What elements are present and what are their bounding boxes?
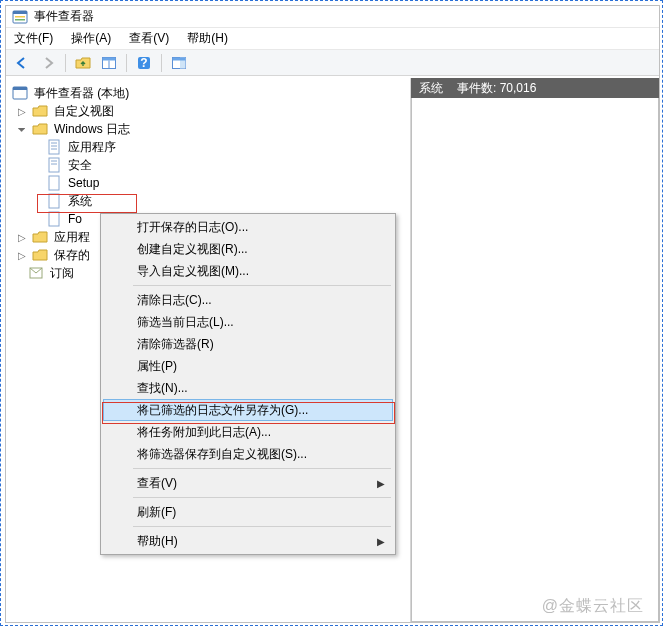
- app-icon: [12, 9, 28, 25]
- toolbar-separator: [161, 54, 162, 72]
- context-menu-item[interactable]: 查看(V)▶: [103, 472, 393, 494]
- log-icon: [46, 157, 62, 173]
- tree-label: 订阅: [48, 265, 76, 282]
- svg-rect-5: [103, 57, 116, 60]
- tree-label: 应用程: [52, 229, 92, 246]
- tree-label: 保存的: [52, 247, 92, 264]
- up-folder-button[interactable]: [71, 52, 95, 74]
- tree-label: 自定义视图: [52, 103, 116, 120]
- toolbar: ?: [6, 50, 659, 76]
- folder-icon: [32, 229, 48, 245]
- context-menu-item[interactable]: 属性(P): [103, 355, 393, 377]
- tree-log-system[interactable]: 系统: [10, 192, 406, 210]
- context-menu-item[interactable]: 导入自定义视图(M)...: [103, 260, 393, 282]
- expander-icon[interactable]: ⏷: [16, 124, 28, 135]
- menu-action[interactable]: 操作(A): [69, 29, 113, 48]
- tree-log-setup[interactable]: Setup: [10, 174, 406, 192]
- menu-file[interactable]: 文件(F): [12, 29, 55, 48]
- tree-label: 系统: [66, 193, 94, 210]
- tree-label: Setup: [66, 176, 101, 190]
- tree-label: Fo: [66, 212, 84, 226]
- menu-view[interactable]: 查看(V): [127, 29, 171, 48]
- context-menu-item[interactable]: 清除日志(C)...: [103, 289, 393, 311]
- context-menu-item-label: 查看(V): [137, 475, 177, 492]
- menu-separator: [133, 285, 391, 286]
- context-menu-item-label: 清除筛选器(R): [137, 336, 214, 353]
- subscriptions-icon: [28, 265, 44, 281]
- folder-icon: [32, 121, 48, 137]
- expander-icon[interactable]: ▷: [16, 250, 28, 261]
- menu-help[interactable]: 帮助(H): [185, 29, 230, 48]
- context-menu-item[interactable]: 帮助(H)▶: [103, 530, 393, 552]
- context-menu-item-label: 将已筛选的日志文件另存为(G)...: [137, 402, 308, 419]
- menu-separator: [133, 497, 391, 498]
- context-menu-item[interactable]: 将筛选器保存到自定义视图(S)...: [103, 443, 393, 465]
- menu-separator: [133, 468, 391, 469]
- context-menu-item-label: 将任务附加到此日志(A)...: [137, 424, 271, 441]
- tree-root-label: 事件查看器 (本地): [32, 85, 131, 102]
- tree-windows-logs[interactable]: ⏷ Windows 日志: [10, 120, 406, 138]
- context-menu-item-label: 帮助(H): [137, 533, 178, 550]
- svg-rect-13: [13, 87, 27, 90]
- svg-rect-14: [49, 140, 59, 154]
- expander-icon[interactable]: ▷: [16, 232, 28, 243]
- tree-label: Windows 日志: [52, 121, 132, 138]
- context-menu-item[interactable]: 筛选当前日志(L)...: [103, 311, 393, 333]
- tree-custom-views[interactable]: ▷ 自定义视图: [10, 102, 406, 120]
- context-menu-item-label: 属性(P): [137, 358, 177, 375]
- tree-root[interactable]: 事件查看器 (本地): [10, 84, 406, 102]
- help-button[interactable]: ?: [132, 52, 156, 74]
- titlebar: 事件查看器: [6, 6, 659, 28]
- svg-rect-2: [15, 16, 25, 18]
- menubar: 文件(F) 操作(A) 查看(V) 帮助(H): [6, 28, 659, 50]
- context-menu-item-label: 创建自定义视图(R)...: [137, 241, 248, 258]
- submenu-arrow-icon: ▶: [377, 536, 385, 547]
- context-menu-item-label: 将筛选器保存到自定义视图(S)...: [137, 446, 307, 463]
- properties-pane-button[interactable]: [97, 52, 121, 74]
- svg-rect-1: [13, 11, 27, 14]
- context-menu-item-label: 筛选当前日志(L)...: [137, 314, 234, 331]
- tree-log-security[interactable]: 安全: [10, 156, 406, 174]
- detail-header: 系统 事件数: 70,016: [411, 78, 659, 98]
- context-menu-item[interactable]: 清除筛选器(R): [103, 333, 393, 355]
- svg-rect-22: [49, 194, 59, 208]
- tree-label: 安全: [66, 157, 94, 174]
- toolbar-separator: [65, 54, 66, 72]
- app-icon: [12, 85, 28, 101]
- context-menu-item-label: 导入自定义视图(M)...: [137, 263, 249, 280]
- tree-log-application[interactable]: 应用程序: [10, 138, 406, 156]
- right-panel: 系统 事件数: 70,016: [411, 78, 659, 622]
- event-viewer-window: 事件查看器 文件(F) 操作(A) 查看(V) 帮助(H) ? 事件查看器 (本…: [5, 5, 660, 623]
- toolbar-separator: [126, 54, 127, 72]
- context-menu: 打开保存的日志(O)...创建自定义视图(R)...导入自定义视图(M)...清…: [100, 213, 396, 555]
- context-menu-item[interactable]: 查找(N)...: [103, 377, 393, 399]
- svg-rect-11: [173, 57, 186, 60]
- action-pane-button[interactable]: [167, 52, 191, 74]
- context-menu-item[interactable]: 打开保存的日志(O)...: [103, 216, 393, 238]
- svg-rect-18: [49, 158, 59, 172]
- tree-label: 应用程序: [66, 139, 118, 156]
- svg-rect-3: [15, 19, 25, 21]
- folder-icon: [32, 103, 48, 119]
- context-menu-item-label: 查找(N)...: [137, 380, 188, 397]
- context-menu-item[interactable]: 创建自定义视图(R)...: [103, 238, 393, 260]
- context-menu-item[interactable]: 刷新(F): [103, 501, 393, 523]
- detail-header-title: 系统: [419, 80, 443, 97]
- detail-count: 事件数: 70,016: [457, 80, 536, 97]
- context-menu-item-label: 清除日志(C)...: [137, 292, 212, 309]
- menu-separator: [133, 526, 391, 527]
- svg-rect-23: [49, 212, 59, 226]
- forward-button[interactable]: [36, 52, 60, 74]
- context-menu-item-label: 打开保存的日志(O)...: [137, 219, 248, 236]
- log-icon: [46, 211, 62, 227]
- detail-body: [411, 98, 659, 622]
- log-icon: [46, 175, 62, 191]
- context-menu-item[interactable]: 将任务附加到此日志(A)...: [103, 421, 393, 443]
- expander-icon[interactable]: ▷: [16, 106, 28, 117]
- back-button[interactable]: [10, 52, 34, 74]
- window-title: 事件查看器: [34, 8, 94, 25]
- context-menu-item[interactable]: 将已筛选的日志文件另存为(G)...: [103, 399, 393, 421]
- log-icon: [46, 139, 62, 155]
- folder-icon: [32, 247, 48, 263]
- svg-rect-21: [49, 176, 59, 190]
